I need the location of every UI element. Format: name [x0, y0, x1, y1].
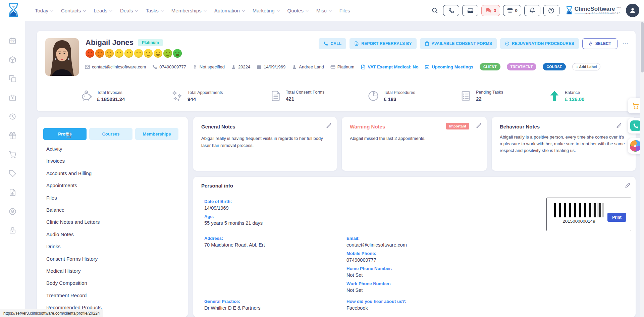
rejuvenation-procedures-button[interactable]: REJUVENATION PROCEDURES — [500, 38, 579, 49]
more-options-button[interactable]: ⋯ — [621, 40, 630, 47]
hourglass-logo-icon[interactable] — [6, 2, 21, 18]
menu-item-drinks[interactable]: Drinks — [46, 241, 181, 253]
sidebar-gift-icon[interactable] — [9, 132, 16, 140]
nav-item-deals[interactable]: Deals — [120, 8, 138, 13]
tab-memberships[interactable]: Memberships — [135, 128, 178, 140]
tab-profile[interactable]: Profile — [43, 128, 87, 140]
nav-item-automation[interactable]: Automation — [214, 8, 245, 13]
sidebar-cart-icon[interactable] — [9, 151, 16, 158]
menu-item-appointments[interactable]: Appointments — [46, 179, 181, 192]
mood-face-2[interactable] — [95, 49, 104, 58]
patient-plan[interactable]: Platinum — [330, 64, 355, 69]
stat-total-invoices: Total Invoices£ 185231.24 — [80, 90, 125, 102]
sidebar-calendar-import-icon[interactable] — [9, 94, 16, 102]
work-phone-label: Work Phone Number: — [346, 281, 474, 286]
menu-item-audio-notes[interactable]: Audio Notes — [46, 228, 181, 241]
search-icon[interactable] — [431, 7, 438, 14]
calendar-check-icon — [425, 64, 430, 69]
available-consent-forms-button[interactable]: AVAILABLE CONSENT FORMS — [420, 38, 497, 49]
mood-face-7[interactable] — [144, 49, 153, 58]
mood-face-3[interactable] — [105, 49, 114, 58]
field-group-phones: Email: contact@clinicsoftware.com Mobile… — [346, 236, 474, 296]
patient-gender[interactable]: Not specified — [193, 64, 225, 69]
sidebar-lock-icon[interactable] — [9, 226, 16, 234]
dialer-button[interactable] — [443, 5, 459, 16]
mood-face-1[interactable] — [86, 49, 94, 58]
label-course[interactable]: COURSE — [543, 63, 566, 70]
scrollbar-thumb[interactable] — [641, 22, 644, 72]
chevron-down-icon — [160, 8, 164, 12]
patient-name: Abigail Jones — [86, 38, 133, 47]
notifications-button[interactable] — [524, 5, 540, 16]
mood-face-10[interactable] — [173, 49, 182, 58]
personal-info-title: Personal info — [201, 183, 233, 189]
select-button[interactable]: SELECT — [582, 38, 618, 49]
shop-button[interactable]: 0 — [503, 5, 521, 16]
print-button[interactable]: Print — [607, 213, 626, 222]
menu-item-clinic-notes-and-letters[interactable]: Clinic Notes and Letters — [46, 216, 181, 228]
menu-item-balance[interactable]: Balance — [46, 204, 181, 216]
call-button[interactable]: CALL — [319, 38, 346, 49]
patient-photo[interactable] — [45, 38, 79, 76]
nav-item-misc[interactable]: Misc — [316, 8, 331, 13]
edit-pencil-icon[interactable] — [625, 183, 630, 188]
inbox-button[interactable] — [462, 5, 478, 16]
menu-item-body-composition[interactable]: Body Composition — [46, 277, 181, 289]
mood-face-4[interactable] — [115, 49, 123, 58]
sidebar-package-icon[interactable] — [9, 56, 16, 64]
messages-button[interactable]: 3 — [481, 5, 500, 16]
mood-face-8[interactable] — [154, 49, 162, 58]
patient-email[interactable]: contact@clinicsoftware.com — [85, 64, 146, 69]
nav-item-files[interactable]: Files — [339, 8, 350, 13]
piggy-bank-icon — [80, 90, 93, 102]
menu-item-medical-history[interactable]: Medical History — [46, 265, 181, 277]
nav-item-leads[interactable]: Leads — [94, 8, 112, 13]
clinicsoftware-wordmark[interactable]: ClinicSoftware.com ‒ ‒ TEN STEPS AHEAD — [566, 6, 621, 15]
nav-item-quotes[interactable]: Quotes — [287, 8, 308, 13]
sidebar-calendar-icon[interactable]: 12 — [9, 37, 16, 45]
field-group-address: Address: 70 Maidstone Road, Abl, Ert — [204, 236, 332, 251]
help-button[interactable] — [543, 5, 559, 16]
sidebar-account-icon[interactable] — [9, 208, 16, 215]
menu-item-files[interactable]: Files — [46, 192, 181, 204]
patient-id[interactable]: 20224 — [231, 64, 250, 69]
patient-phone[interactable]: 07490009777 — [152, 64, 186, 69]
tab-courses[interactable]: Courses — [89, 128, 132, 140]
general-practice-label: General Practice: — [204, 299, 332, 304]
patient-dob[interactable]: 14/09/1969 — [257, 64, 285, 69]
nav-item-memberships[interactable]: Memberships — [171, 8, 206, 13]
edit-pencil-icon[interactable] — [326, 123, 331, 128]
label-client[interactable]: CLIENT — [480, 63, 500, 70]
menu-item-activity[interactable]: Activity — [46, 143, 181, 155]
add-label-button[interactable]: + Add Label — [572, 63, 600, 70]
nav-item-today[interactable]: Today — [35, 8, 53, 13]
mood-face-6[interactable] — [134, 49, 143, 58]
mood-face-5[interactable] — [124, 49, 133, 58]
menu-item-consent-forms-history[interactable]: Consent Forms History — [46, 253, 181, 265]
menu-item-invoices[interactable]: Invoices — [46, 155, 181, 167]
nav-item-tasks[interactable]: Tasks — [146, 8, 163, 13]
report-referrals-button[interactable]: REPORT REFERRALS BY — [350, 38, 416, 49]
nav-item-marketing[interactable]: Marketing — [253, 8, 279, 13]
menu-item-treatment-record[interactable]: Treatment Record — [46, 289, 181, 302]
field-group-dob-age: Date of Birth: 14/09/1969 Age: 55 years … — [204, 199, 332, 229]
label-treatment[interactable]: TREATMENT — [507, 63, 537, 70]
sidebar-history-icon[interactable] — [9, 113, 16, 120]
vat-exempt-link[interactable]: VAT Exempt Medical: No — [361, 64, 418, 69]
patient-practitioner[interactable]: Andree Land — [292, 64, 324, 69]
edit-pencil-icon[interactable] — [616, 123, 622, 128]
menu-item-accounts-and-billing[interactable]: Accounts and Billing — [46, 167, 181, 179]
edit-pencil-icon[interactable] — [476, 123, 481, 128]
sidebar-copy-icon[interactable] — [9, 75, 16, 83]
document-icon — [270, 90, 281, 102]
sidebar-report-icon[interactable] — [9, 189, 16, 196]
mood-face-9[interactable] — [163, 49, 172, 58]
user-avatar[interactable] — [626, 4, 639, 17]
page-scrollbar[interactable] — [640, 21, 644, 317]
nav-item-contacts[interactable]: Contacts — [61, 8, 86, 13]
file-text-icon — [354, 41, 359, 46]
chevron-down-icon — [276, 8, 280, 12]
upcoming-meetings-link[interactable]: Upcoming Meetings — [425, 64, 473, 69]
sidebar-ticket-icon[interactable] — [9, 170, 16, 177]
profile-section-menu: Activity Invoices Accounts and Billing A… — [46, 143, 181, 314]
